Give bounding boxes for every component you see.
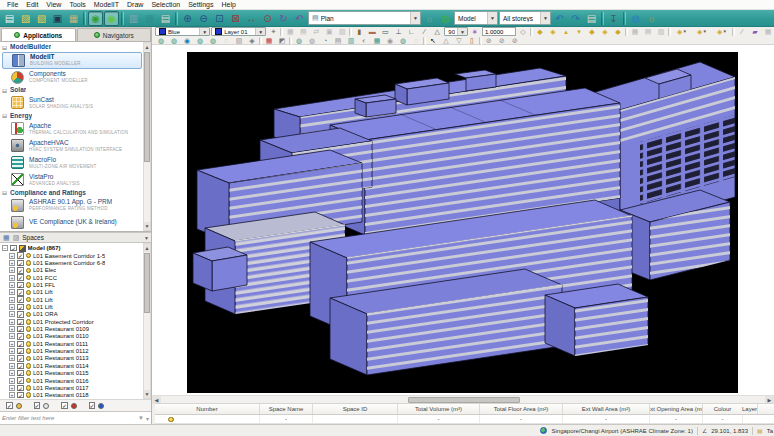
- tree-scrollbar[interactable]: ▲ ▼: [143, 243, 151, 399]
- collapse-icon[interactable]: ⊟: [2, 44, 7, 51]
- tree-item[interactable]: + ✓ L01 Restaurant 0116: [2, 377, 144, 384]
- spaces-panel-header[interactable]: ▦ ▨ Spaces ▼: [0, 232, 152, 243]
- view-mode-select[interactable]: ▤ Plan ▼: [308, 11, 421, 25]
- section-solar[interactable]: ⊟ Solar: [2, 86, 142, 95]
- tree-item[interactable]: + ✓ L01 Lift: [2, 289, 144, 296]
- scroll-thumb[interactable]: [144, 253, 150, 313]
- checkbox[interactable]: ✓: [17, 304, 24, 311]
- tree-item[interactable]: + ✓ L01 Restaurant 0113: [2, 355, 144, 362]
- group-tool-3-icon[interactable]: ◔: [319, 36, 331, 45]
- model-mode-toggle-icon[interactable]: ◉: [88, 11, 103, 26]
- wireframe-globe-icon[interactable]: ◍: [438, 11, 453, 26]
- collapse-icon[interactable]: ⊟: [2, 112, 7, 119]
- view-grid-icon[interactable]: ▦: [142, 11, 157, 26]
- expand-icon[interactable]: +: [9, 333, 15, 339]
- checkbox[interactable]: ✓: [17, 311, 24, 318]
- open-folder-icon[interactable]: ▨: [18, 11, 33, 26]
- app-modelit[interactable]: ModelIT BUILDING MODELLER: [2, 52, 142, 69]
- collapse-icon[interactable]: ⊟: [2, 189, 7, 196]
- partition-type-dropdown[interactable]: ◈: [692, 27, 711, 36]
- expand-icon[interactable]: +: [9, 385, 15, 391]
- expand-icon[interactable]: +: [9, 267, 15, 273]
- zoom-in-icon[interactable]: ⊕: [180, 11, 195, 26]
- expand-icon[interactable]: +: [9, 378, 15, 384]
- separator[interactable]: [479, 37, 482, 45]
- tree-root[interactable]: − ✓ Model (867): [2, 244, 144, 252]
- query-icon[interactable]: ◉: [181, 36, 193, 45]
- filter-red-bulb[interactable]: ✓: [61, 402, 77, 409]
- group-tool-7-icon[interactable]: ▦: [371, 36, 383, 45]
- expand-icon[interactable]: +: [9, 370, 15, 376]
- dropdown-arrow-icon[interactable]: ▼: [487, 12, 497, 24]
- menu-item[interactable]: Draw: [123, 0, 147, 10]
- space-bulb-1-icon[interactable]: ◍: [155, 36, 167, 45]
- funnel-icon[interactable]: ▼: [138, 415, 144, 421]
- zoom-window-icon[interactable]: ⊡: [212, 11, 227, 26]
- expand-icon[interactable]: +: [9, 355, 15, 361]
- grid-snap-icon[interactable]: ▦: [762, 27, 774, 36]
- group-tool-5-icon[interactable]: ▥: [345, 36, 357, 45]
- line-tool-icon[interactable]: ∕: [418, 27, 430, 36]
- checkbox[interactable]: ✓: [17, 282, 24, 289]
- checkbox[interactable]: ✓: [61, 402, 68, 409]
- scroll-up-icon[interactable]: ▲: [144, 43, 150, 51]
- collapse-icon[interactable]: −: [2, 245, 8, 251]
- column-header[interactable]: Colour: [703, 404, 742, 414]
- separator[interactable]: [121, 12, 124, 25]
- checkbox[interactable]: ✓: [17, 296, 24, 303]
- disabled-tool-2-icon[interactable]: ▤: [642, 27, 654, 36]
- column-header[interactable]: Total Floor Area (m²): [480, 404, 563, 414]
- checkbox[interactable]: ✓: [17, 333, 24, 340]
- menu-item[interactable]: Selection: [147, 0, 184, 10]
- model-select[interactable]: Model ▼: [454, 11, 498, 25]
- component-mode-toggle-icon[interactable]: ◉: [104, 11, 119, 26]
- extrude-up-icon[interactable]: ▴: [560, 27, 572, 36]
- link-3-icon[interactable]: ⊘: [509, 36, 521, 45]
- filter-yellow-bulb[interactable]: ✓: [6, 402, 22, 409]
- checkbox[interactable]: ✓: [17, 274, 24, 281]
- flag-red-icon[interactable]: ▦: [263, 36, 275, 45]
- measure-icon[interactable]: ◇: [517, 27, 529, 36]
- expand-icon[interactable]: +: [9, 282, 15, 288]
- separator[interactable]: [259, 37, 262, 45]
- space-bulb-2-icon[interactable]: ◍: [168, 36, 180, 45]
- group-tool-2-icon[interactable]: ◍: [306, 36, 318, 45]
- draw-shade-icon[interactable]: ◆: [612, 27, 624, 36]
- slice-tool-icon[interactable]: ∕: [736, 27, 748, 36]
- zoom-extents-icon[interactable]: ⊠: [228, 11, 243, 26]
- separator[interactable]: [625, 28, 628, 36]
- nudge-down-icon[interactable]: ▽: [453, 36, 465, 45]
- gem-icon[interactable]: ◈: [246, 36, 258, 45]
- scroll-up-icon[interactable]: ▲: [144, 244, 150, 252]
- expand-icon[interactable]: +: [9, 304, 15, 310]
- filter-input[interactable]: [2, 413, 137, 424]
- link-1-icon[interactable]: ⊘: [483, 36, 495, 45]
- checkbox[interactable]: ✓: [17, 319, 24, 326]
- dropdown-arrow-icon[interactable]: ▼: [410, 12, 420, 24]
- column-header[interactable]: Ext Wall Area (m²): [563, 404, 650, 414]
- checkbox[interactable]: ✓: [17, 267, 24, 274]
- checkbox[interactable]: ✓: [6, 402, 13, 409]
- grid-off-icon[interactable]: ▦: [284, 27, 296, 36]
- expand-icon[interactable]: +: [9, 348, 15, 354]
- draw-prism-icon[interactable]: ◈: [547, 27, 559, 36]
- dropdown-arrow-icon[interactable]: ▼: [255, 28, 265, 35]
- checkbox[interactable]: ✓: [17, 370, 24, 377]
- tree-item[interactable]: + ✓ L01 Restaurant 0115: [2, 370, 144, 377]
- section-modelbuilder[interactable]: ⊟ ModelBuilder: [2, 43, 142, 52]
- tree-item[interactable]: + ✓ L01 Restaurant 0114: [2, 362, 144, 369]
- hatch-icon[interactable]: ▧: [233, 36, 245, 45]
- checkbox[interactable]: ✓: [89, 402, 96, 409]
- separator[interactable]: [423, 37, 426, 45]
- column-header[interactable]: Total Volume (m³): [398, 404, 480, 414]
- checkbox[interactable]: ✓: [17, 385, 24, 392]
- tree-item[interactable]: + ✓ L01 Elec: [2, 267, 144, 274]
- tree-item[interactable]: + ✓ L01 FCC: [2, 274, 144, 281]
- pan-icon[interactable]: ↔: [244, 11, 259, 26]
- separator[interactable]: [289, 37, 292, 45]
- checkbox[interactable]: ✓: [17, 355, 24, 362]
- expand-icon[interactable]: +: [9, 326, 15, 332]
- separator[interactable]: [623, 12, 626, 25]
- expand-icon[interactable]: +: [9, 319, 15, 325]
- app-apache[interactable]: Apache THERMAL CALCULATION AND SIMULATIO…: [2, 120, 142, 137]
